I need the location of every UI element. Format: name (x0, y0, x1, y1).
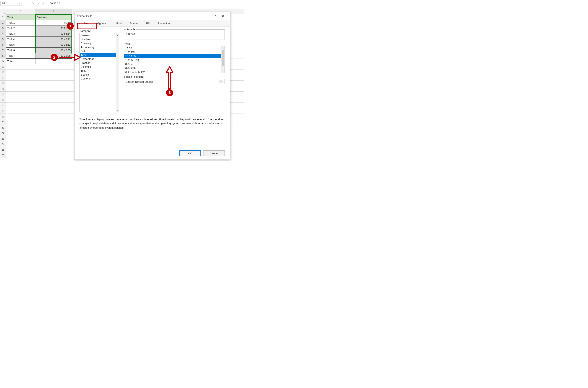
row-header[interactable]: 5 (0, 36, 6, 42)
cell[interactable] (6, 114, 35, 119)
cell[interactable] (6, 97, 35, 103)
row-header[interactable]: 25 (0, 147, 6, 152)
list-item[interactable]: Text (80, 69, 119, 73)
cell[interactable]: Task 3 (6, 31, 35, 36)
row-header[interactable]: 8 (0, 53, 6, 58)
list-item[interactable]: Percentage (80, 57, 119, 61)
row-header[interactable]: 11 (0, 70, 6, 75)
cell[interactable] (35, 75, 72, 81)
cell[interactable] (6, 119, 35, 125)
cell[interactable] (35, 147, 72, 152)
row-header[interactable]: 16 (0, 97, 6, 103)
cell[interactable] (6, 70, 35, 75)
cell[interactable] (35, 108, 72, 114)
list-item[interactable]: Number (80, 37, 119, 41)
cell[interactable]: Task (6, 14, 35, 20)
row-header[interactable]: 14 (0, 86, 6, 92)
cell[interactable] (35, 92, 72, 97)
category-listbox[interactable]: General Number Currency Accounting Date … (79, 33, 119, 112)
cell[interactable] (6, 125, 35, 130)
insert-function-button[interactable]: fx (41, 1, 46, 6)
list-item[interactable]: General (80, 33, 119, 37)
cancel-button[interactable]: Cancel (203, 150, 225, 156)
name-box[interactable]: B2 (0, 1, 22, 6)
row-header[interactable]: 6 (0, 42, 6, 48)
cell[interactable]: 00:54:54 (35, 31, 72, 36)
cell[interactable] (35, 125, 72, 130)
cell[interactable] (6, 130, 35, 136)
scroll-thumb[interactable] (222, 50, 224, 66)
row-header[interactable]: 26 (0, 152, 6, 158)
row-header[interactable]: 18 (0, 108, 6, 114)
cell[interactable] (35, 136, 72, 141)
list-item[interactable]: 1:30:55 PM (124, 58, 225, 62)
row-header[interactable]: 15 (0, 92, 6, 97)
row-header[interactable]: 19 (0, 114, 6, 119)
cell[interactable]: 00:30 (35, 20, 72, 25)
list-item[interactable]: 13:30 (124, 46, 225, 50)
cell[interactable]: Task 5 (6, 42, 35, 48)
cancel-edit-icon[interactable] (31, 1, 36, 6)
row-header[interactable]: 17 (0, 103, 6, 108)
cell[interactable]: Total (6, 58, 35, 64)
cell[interactable]: 00:21:13 (35, 25, 72, 31)
cell[interactable] (35, 152, 72, 158)
cell[interactable]: 00:46:11 (35, 36, 72, 42)
row-header[interactable]: 13 (0, 81, 6, 86)
cell[interactable] (35, 119, 72, 125)
cell[interactable] (6, 75, 35, 81)
column-header[interactable]: A (6, 9, 35, 14)
scroll-down-icon[interactable]: ▾ (116, 109, 119, 112)
list-item[interactable]: Currency (80, 41, 119, 45)
cell[interactable] (6, 152, 35, 158)
cell[interactable] (35, 97, 72, 103)
select-all-corner[interactable] (0, 9, 6, 14)
row-header[interactable]: 22 (0, 130, 6, 136)
formula-input[interactable]: 00:30:20 (48, 2, 244, 5)
row-header[interactable]: 12 (0, 75, 6, 81)
list-item[interactable]: Scientific (80, 65, 119, 69)
cell[interactable] (35, 64, 72, 70)
list-item[interactable]: 30:55.2 (124, 62, 225, 66)
list-item[interactable]: 1:30 PM (124, 50, 225, 54)
list-item[interactable]: Accounting (80, 45, 119, 49)
list-item[interactable]: 3-14-12 1:30 PM (124, 70, 225, 73)
row-header[interactable]: 23 (0, 136, 6, 141)
row-header[interactable]: 7 (0, 48, 6, 53)
row-header[interactable]: 21 (0, 125, 6, 130)
cell[interactable]: 00:42:35 (35, 48, 72, 53)
cell[interactable]: Task 4 (6, 36, 35, 42)
tab-font[interactable]: Font (112, 20, 126, 26)
row-header[interactable]: 24 (0, 141, 6, 147)
cell[interactable]: 00:16:12 (35, 42, 72, 48)
ok-button[interactable]: OK (179, 150, 201, 156)
dialog-titlebar[interactable]: Format Cells ? (74, 12, 230, 20)
row-header[interactable]: 3 (0, 25, 6, 31)
cell[interactable] (35, 103, 72, 108)
row-header[interactable]: 9 (0, 58, 6, 64)
cell[interactable]: Task 7 (6, 53, 35, 58)
help-button[interactable]: ? (211, 14, 219, 18)
column-header[interactable]: B (35, 9, 72, 14)
scrollbar[interactable]: ▴ ▾ (116, 33, 119, 112)
cell[interactable] (35, 130, 72, 136)
scroll-down-icon[interactable]: ▾ (221, 70, 225, 73)
cell[interactable] (6, 103, 35, 108)
cell[interactable] (6, 81, 35, 86)
cell[interactable] (6, 136, 35, 141)
enter-edit-icon[interactable] (36, 1, 41, 6)
row-header[interactable]: 1 (0, 14, 6, 20)
list-item[interactable]: 13:30:55 (124, 54, 225, 58)
cell[interactable] (35, 114, 72, 119)
tab-alignment[interactable]: Alignment (92, 20, 112, 26)
cell[interactable]: Duration (35, 14, 72, 20)
type-listbox[interactable]: 13:30 1:30 PM 13:30:55 1:30:55 PM 30:55.… (124, 46, 225, 73)
row-header[interactable]: 20 (0, 119, 6, 125)
tab-number[interactable]: Number (74, 20, 92, 26)
tab-border[interactable]: Border (126, 20, 142, 26)
cell[interactable] (35, 81, 72, 86)
scroll-up-icon[interactable]: ▴ (221, 46, 225, 49)
tab-protection[interactable]: Protection (154, 20, 174, 26)
cell[interactable] (6, 147, 35, 152)
scrollbar[interactable]: ▴ ▾ (221, 46, 225, 73)
